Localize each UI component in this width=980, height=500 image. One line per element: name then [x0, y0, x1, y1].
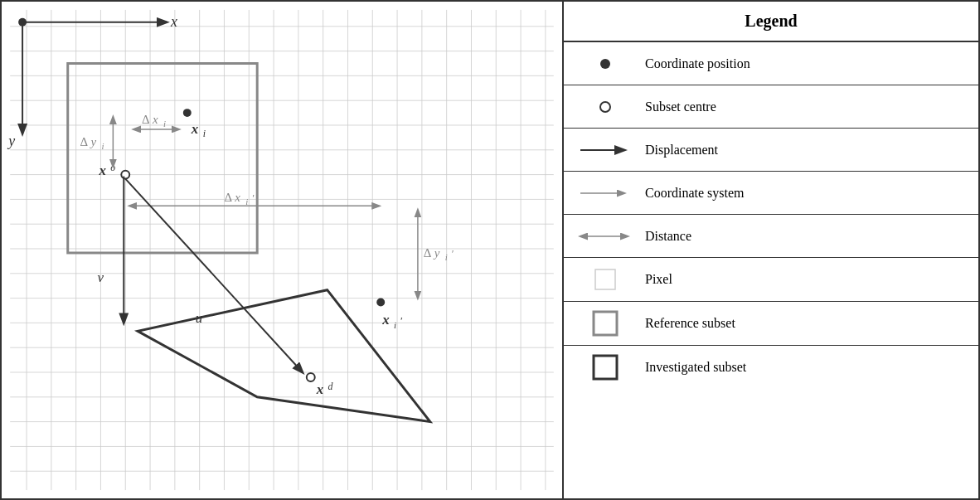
svg-marker-47 [138, 290, 430, 422]
svg-text:′: ′ [252, 192, 255, 204]
svg-rect-88 [595, 269, 615, 289]
legend-row-reference-subset: Reference subset [564, 302, 978, 346]
svg-text:y: y [90, 135, 97, 148]
svg-text:x: x [191, 121, 199, 137]
svg-text:Δ: Δ [142, 113, 150, 126]
legend-row-coordinate-system: Coordinate system [564, 172, 978, 215]
svg-text:′: ′ [452, 247, 454, 260]
svg-text:Δ: Δ [224, 191, 232, 204]
svg-point-66 [307, 373, 315, 381]
svg-text:i: i [394, 320, 396, 330]
legend-text-reference-subset: Reference subset [638, 316, 735, 331]
svg-point-48 [183, 109, 192, 117]
svg-text:i: i [101, 141, 104, 151]
svg-text:y: y [433, 246, 440, 260]
svg-text:y: y [7, 133, 15, 149]
svg-rect-46 [68, 64, 257, 253]
svg-point-83 [600, 59, 610, 69]
legend-text-coordinate-system: Coordinate system [638, 186, 745, 201]
legend-text-distance: Distance [638, 229, 691, 244]
svg-text:u: u [196, 310, 202, 326]
coordinate-arrow-icon [572, 181, 638, 206]
svg-rect-89 [594, 312, 617, 335]
svg-text:i: i [163, 119, 166, 129]
legend-text-investigated-subset: Investigated subset [638, 360, 746, 375]
reference-rect-icon [572, 307, 638, 340]
legend-row-pixel: Pixel [564, 258, 978, 302]
legend-text-subset-centre: Subset centre [638, 100, 716, 114]
svg-line-79 [125, 179, 303, 372]
svg-point-51 [121, 171, 129, 179]
svg-text:v: v [97, 269, 104, 285]
legend-text-displacement: Displacement [638, 143, 718, 158]
legend-row-investigated-subset: Investigated subset [564, 346, 978, 389]
svg-text:i: i [245, 197, 248, 206]
legend-row-distance: Distance [564, 215, 978, 258]
distance-arrow-icon [572, 224, 638, 249]
legend-row-displacement: Displacement [564, 129, 978, 172]
legend-panel: Legend Coordinate position Subset centre [564, 0, 980, 500]
legend-text-coordinate-position: Coordinate position [638, 56, 750, 71]
svg-text:x: x [170, 13, 177, 30]
svg-text:i: i [203, 128, 206, 139]
diagram-panel: x y x i x o Δ x i Δ y i x i ′ [0, 0, 564, 500]
svg-text:x: x [98, 163, 106, 178]
svg-text:′: ′ [400, 314, 403, 327]
svg-text:Δ: Δ [80, 135, 89, 148]
svg-text:x: x [234, 191, 240, 204]
investigated-rect-icon [572, 351, 638, 384]
filled-circle-icon [572, 51, 638, 76]
svg-point-84 [600, 102, 610, 112]
svg-text:x: x [152, 113, 158, 126]
open-circle-icon [572, 95, 638, 119]
displacement-arrow-icon [572, 138, 638, 163]
legend-row-subset-centre: Subset centre [564, 85, 978, 129]
svg-text:i: i [445, 252, 448, 262]
svg-text:x: x [381, 312, 390, 328]
svg-text:Δ: Δ [424, 246, 432, 260]
legend-row-coordinate-position: Coordinate position [564, 42, 978, 85]
svg-text:x: x [316, 381, 324, 397]
svg-text:d: d [328, 381, 333, 392]
legend-text-pixel: Pixel [638, 272, 672, 287]
svg-rect-90 [594, 356, 617, 379]
pixel-rect-icon [572, 263, 638, 296]
svg-point-62 [376, 299, 385, 307]
legend-title: Legend [564, 2, 978, 42]
